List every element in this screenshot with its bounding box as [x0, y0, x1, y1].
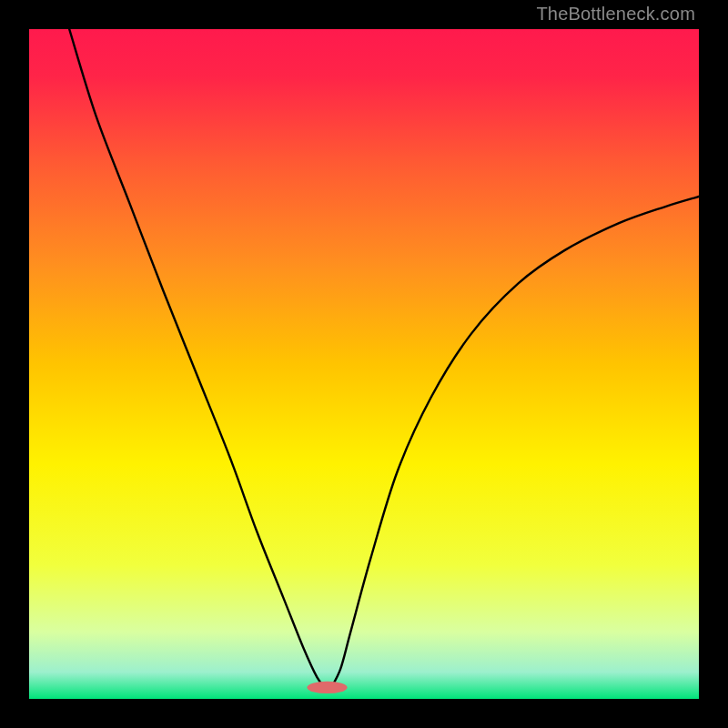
- chart-svg: [29, 29, 699, 699]
- watermark-text: TheBottleneck.com: [536, 4, 695, 25]
- marker-layer: [307, 682, 347, 693]
- chart-frame: TheBottleneck.com: [0, 0, 728, 728]
- gradient-background: [29, 29, 699, 699]
- plot-area: [29, 29, 699, 699]
- min-marker: [307, 682, 347, 693]
